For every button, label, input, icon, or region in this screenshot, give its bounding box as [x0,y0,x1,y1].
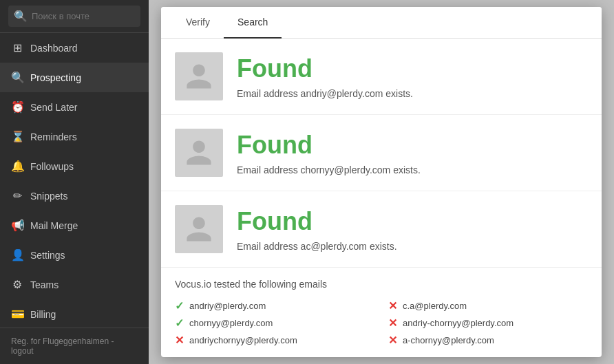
sidebar-item-reminders[interactable]: ⌛Reminders [0,122,149,151]
result-item-3: Found Email address ac@plerdy.com exists… [161,191,602,268]
sidebar-search-area: 🔍 [0,0,149,33]
result-email-2: Email address chornyy@plerdy.com exists. [237,164,588,175]
sidebar-label-prospecting: Prospecting [30,72,81,83]
sidebar-item-snippets[interactable]: ✏Snippets [0,181,149,211]
summary-section: Vocus.io tested the following emails ✓ a… [161,268,602,357]
valid-email-3: andriychornyy@plerdy.com [189,335,297,345]
snippets-icon: ✏ [11,189,23,202]
sidebar-item-settings[interactable]: 👤Settings [0,240,149,270]
invalid-email-3: a-chornyy@plerdy.com [403,335,494,345]
x-icon-3: ✕ [175,334,184,347]
prospecting-icon: 🔍 [11,71,23,84]
invalid-email-1: c.a@plerdy.com [403,301,467,311]
sidebar-label-send-later: Send Later [30,102,78,113]
sidebar-item-billing[interactable]: 💳Billing [0,299,149,328]
x-icon-1: ✕ [388,299,397,312]
summary-title: Vocus.io tested the following emails [175,279,588,290]
sidebar-label-snippets: Snippets [30,191,67,202]
search-box[interactable]: 🔍 [8,6,140,27]
main-area: Verify Search Found Email address andriy… [149,0,614,364]
teams-icon: ⚙ [11,278,23,291]
result-item-1: Found Email address andriy@plerdy.com ex… [161,39,602,115]
result-item-2: Found Email address chornyy@plerdy.com e… [161,115,602,191]
modal-tabs: Verify Search [161,7,602,39]
modal: Verify Search Found Email address andriy… [161,7,602,357]
billing-icon: 💳 [11,308,23,321]
check-icon-1: ✓ [175,299,184,312]
sidebar-label-reminders: Reminders [30,131,77,142]
sidebar-label-followups: Followups [30,161,74,172]
tab-verify[interactable]: Verify [172,7,224,39]
sidebar-nav: ⊞Dashboard🔍Prospecting⏰Send Later⌛Remind… [0,33,149,328]
sidebar-label-teams: Teams [30,279,59,290]
valid-email-row-1: ✓ andriy@plerdy.com [175,299,374,312]
settings-icon: 👤 [11,248,23,261]
modal-body[interactable]: Found Email address andriy@plerdy.com ex… [161,39,602,357]
result-status-2: Found [237,131,588,159]
sidebar-item-mail-merge[interactable]: 📢Mail Merge [0,211,149,240]
sidebar-label-mail-merge: Mail Merge [30,220,78,231]
avatar-1 [175,52,223,100]
avatar-2 [175,129,223,177]
valid-email-row-3: ✕ andriychornyy@plerdy.com [175,334,374,347]
dashboard-icon: ⊞ [11,41,23,54]
invalid-email-row-2: ✕ andriy-chornyy@plerdy.com [388,317,588,330]
valid-email-2: chornyy@plerdy.com [189,318,273,328]
sidebar-footer: Reg. for Flugeggenhaimen - logout [0,328,149,364]
reminders-icon: ⌛ [11,130,23,143]
result-email-3: Email address ac@plerdy.com exists. [237,241,588,252]
result-status-1: Found [237,55,588,83]
result-status-3: Found [237,208,588,235]
sidebar-item-dashboard[interactable]: ⊞Dashboard [0,33,149,63]
valid-email-row-2: ✓ chornyy@plerdy.com [175,317,374,330]
mail-merge-icon: 📢 [11,219,23,232]
search-icon: 🔍 [14,10,28,23]
result-content-2: Found Email address chornyy@plerdy.com e… [237,129,588,175]
search-input[interactable] [32,11,135,21]
sidebar-item-send-later[interactable]: ⏰Send Later [0,92,149,122]
sidebar-label-dashboard: Dashboard [30,43,78,54]
x-icon-4: ✕ [388,334,397,347]
result-content-3: Found Email address ac@plerdy.com exists… [237,205,588,252]
result-content-1: Found Email address andriy@plerdy.com ex… [237,52,588,99]
check-icon-2: ✓ [175,317,184,330]
invalid-email-row-3: ✕ a-chornyy@plerdy.com [388,334,588,347]
followups-icon: 🔔 [11,160,23,173]
email-grid: ✓ andriy@plerdy.com ✕ c.a@plerdy.com ✓ c… [175,299,588,347]
invalid-email-2: andriy-chornyy@plerdy.com [403,318,514,328]
sidebar: 🔍 ⊞Dashboard🔍Prospecting⏰Send Later⌛Remi… [0,0,149,364]
sidebar-item-prospecting[interactable]: 🔍Prospecting [0,63,149,92]
sidebar-item-followups[interactable]: 🔔Followups [0,151,149,181]
invalid-email-row-1: ✕ c.a@plerdy.com [388,299,588,312]
sidebar-label-billing: Billing [30,309,56,320]
send-later-icon: ⏰ [11,100,23,114]
tab-search[interactable]: Search [224,7,282,39]
valid-email-1: andriy@plerdy.com [189,301,266,311]
avatar-3 [175,205,223,253]
result-email-1: Email address andriy@plerdy.com exists. [237,88,588,99]
sidebar-item-teams[interactable]: ⚙Teams [0,270,149,299]
x-icon-2: ✕ [388,317,397,330]
sidebar-label-settings: Settings [30,250,65,261]
